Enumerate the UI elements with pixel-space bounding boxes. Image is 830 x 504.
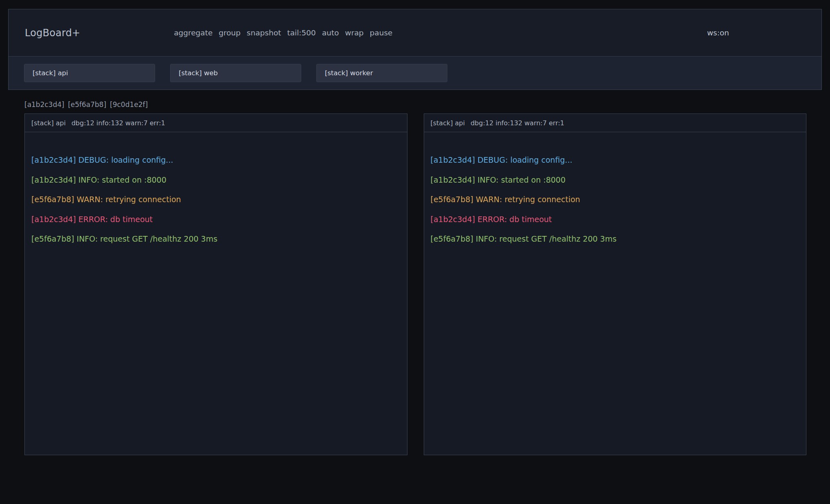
- main-nav: aggregategroupsnapshottail:500autowrappa…: [174, 28, 392, 37]
- stack-tab[interactable]: [stack] worker: [316, 64, 447, 82]
- log-line: [a1b2c3d4] ERROR: db timeout: [31, 209, 401, 229]
- log-line: [e5f6a7b8] WARN: retrying connection: [31, 190, 401, 209]
- panel-header: [stack] api dbg:12 info:132 warn:7 err:1: [424, 114, 806, 132]
- log-panel-left: [stack] api dbg:12 info:132 warn:7 err:1…: [24, 113, 407, 455]
- log-line: [e5f6a7b8] INFO: request GET /healthz 20…: [31, 229, 401, 249]
- panel-source-label: [stack] api: [31, 119, 66, 127]
- trace-id: [9c0d1e2f]: [110, 100, 148, 109]
- nav-item[interactable]: snapshot: [247, 28, 281, 37]
- log-panels: [stack] api dbg:12 info:132 warn:7 err:1…: [24, 113, 806, 455]
- log-line: [a1b2c3d4] DEBUG: loading config...: [31, 150, 401, 170]
- nav-item[interactable]: group: [219, 28, 241, 37]
- panel-level-counts: dbg:12 info:132 warn:7 err:1: [71, 119, 165, 127]
- nav-item[interactable]: pause: [370, 28, 392, 37]
- log-line: [a1b2c3d4] DEBUG: loading config...: [431, 150, 800, 170]
- title-row: LogBoard+ aggregategroupsnapshottail:500…: [9, 9, 821, 56]
- nav-item[interactable]: wrap: [345, 28, 364, 37]
- app-header: LogBoard+ aggregategroupsnapshottail:500…: [8, 9, 822, 90]
- trace-id: [e5f6a7b8]: [68, 100, 106, 109]
- log-line: [e5f6a7b8] WARN: retrying connection: [431, 190, 800, 209]
- log-stream: [a1b2c3d4] DEBUG: loading config...[a1b2…: [25, 132, 407, 267]
- log-line: [a1b2c3d4] ERROR: db timeout: [431, 209, 800, 229]
- trace-id: [a1b2c3d4]: [24, 100, 64, 109]
- nav-item[interactable]: auto: [322, 28, 339, 37]
- panel-level-counts: dbg:12 info:132 warn:7 err:1: [471, 119, 564, 127]
- nav-item[interactable]: tail:500: [287, 28, 315, 37]
- stack-tab-row: [stack] api[stack] web[stack] worker: [9, 56, 821, 89]
- panel-header: [stack] api dbg:12 info:132 warn:7 err:1: [25, 114, 407, 132]
- stack-tab[interactable]: [stack] web: [170, 64, 301, 82]
- ws-status-badge: ws:on: [707, 28, 729, 37]
- log-stream: [a1b2c3d4] DEBUG: loading config...[a1b2…: [424, 132, 806, 267]
- log-panel-right: [stack] api dbg:12 info:132 warn:7 err:1…: [424, 113, 807, 455]
- panel-source-label: [stack] api: [431, 119, 465, 127]
- log-line: [a1b2c3d4] INFO: started on :8000: [431, 170, 800, 190]
- stack-tab[interactable]: [stack] api: [24, 64, 155, 82]
- app-title: LogBoard+: [25, 27, 80, 39]
- log-line: [e5f6a7b8] INFO: request GET /healthz 20…: [431, 229, 800, 249]
- log-line: [a1b2c3d4] INFO: started on :8000: [31, 170, 401, 190]
- nav-item[interactable]: aggregate: [174, 28, 212, 37]
- breadcrumb: [a1b2c3d4][e5f6a7b8][9c0d1e2f]: [24, 100, 806, 109]
